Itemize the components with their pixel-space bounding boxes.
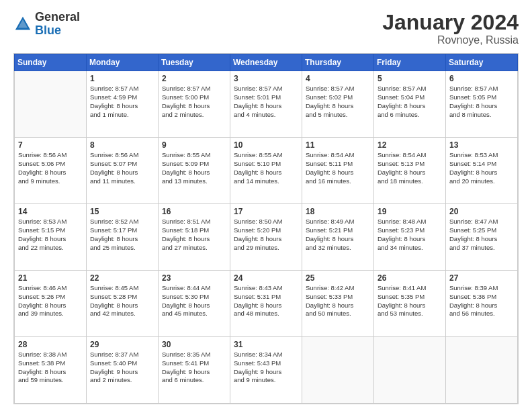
day-info: Sunrise: 8:57 AM Sunset: 5:01 PM Dayligh…	[234, 85, 298, 119]
calendar-cell: 29Sunrise: 8:37 AM Sunset: 5:40 PM Dayli…	[87, 337, 159, 404]
calendar-cell: 18Sunrise: 8:49 AM Sunset: 5:21 PM Dayli…	[302, 204, 374, 271]
calendar-cell: 2Sunrise: 8:57 AM Sunset: 5:00 PM Daylig…	[159, 71, 230, 138]
calendar-cell: 8Sunrise: 8:56 AM Sunset: 5:07 PM Daylig…	[87, 138, 159, 204]
day-info: Sunrise: 8:56 AM Sunset: 5:07 PM Dayligh…	[90, 151, 154, 185]
day-info: Sunrise: 8:53 AM Sunset: 5:14 PM Dayligh…	[449, 151, 514, 185]
day-info: Sunrise: 8:51 AM Sunset: 5:18 PM Dayligh…	[162, 218, 226, 252]
calendar-header: Sunday Monday Tuesday Wednesday Thursday…	[15, 54, 518, 71]
calendar-cell	[302, 337, 374, 404]
calendar-cell	[374, 337, 446, 404]
page: General Blue January 2024 Rovnoye, Russi…	[0, 0, 532, 411]
day-info: Sunrise: 8:55 AM Sunset: 5:09 PM Dayligh…	[162, 151, 226, 185]
calendar-cell: 31Sunrise: 8:34 AM Sunset: 5:43 PM Dayli…	[230, 337, 302, 404]
logo-text: General Blue	[35, 11, 80, 38]
calendar-cell: 20Sunrise: 8:47 AM Sunset: 5:25 PM Dayli…	[446, 204, 518, 271]
day-info: Sunrise: 8:57 AM Sunset: 4:59 PM Dayligh…	[90, 85, 154, 119]
day-number: 15	[90, 207, 154, 216]
calendar-cell	[446, 337, 518, 404]
day-info: Sunrise: 8:50 AM Sunset: 5:20 PM Dayligh…	[234, 218, 298, 252]
calendar-cell: 4Sunrise: 8:57 AM Sunset: 5:02 PM Daylig…	[302, 71, 374, 138]
calendar-cell: 19Sunrise: 8:48 AM Sunset: 5:23 PM Dayli…	[374, 204, 446, 271]
day-number: 27	[449, 273, 514, 283]
logo: General Blue	[13, 11, 80, 38]
calendar-cell: 3Sunrise: 8:57 AM Sunset: 5:01 PM Daylig…	[230, 71, 302, 138]
header-wednesday: Wednesday	[230, 54, 302, 71]
day-number: 2	[162, 74, 226, 83]
subtitle: Rovnoye, Russia	[382, 34, 519, 46]
day-number: 16	[162, 207, 226, 216]
day-number: 21	[18, 273, 83, 283]
logo-icon	[13, 15, 32, 34]
header: General Blue January 2024 Rovnoye, Russi…	[13, 11, 519, 46]
day-info: Sunrise: 8:48 AM Sunset: 5:23 PM Dayligh…	[378, 218, 442, 252]
calendar-cell: 27Sunrise: 8:39 AM Sunset: 5:36 PM Dayli…	[446, 271, 518, 337]
day-number: 18	[306, 207, 370, 216]
calendar-cell: 15Sunrise: 8:52 AM Sunset: 5:17 PM Dayli…	[87, 204, 159, 271]
day-number: 14	[18, 207, 83, 216]
day-number: 7	[18, 140, 83, 150]
day-info: Sunrise: 8:57 AM Sunset: 5:04 PM Dayligh…	[378, 85, 442, 119]
calendar-cell	[15, 71, 87, 138]
calendar-cell: 12Sunrise: 8:54 AM Sunset: 5:13 PM Dayli…	[374, 138, 446, 204]
day-number: 13	[449, 140, 514, 150]
calendar-week-5: 28Sunrise: 8:38 AM Sunset: 5:38 PM Dayli…	[15, 337, 518, 404]
day-number: 22	[90, 273, 154, 283]
day-number: 4	[306, 74, 370, 83]
calendar-cell: 11Sunrise: 8:54 AM Sunset: 5:11 PM Dayli…	[302, 138, 374, 204]
day-info: Sunrise: 8:38 AM Sunset: 5:38 PM Dayligh…	[18, 351, 83, 385]
logo-general: General	[35, 10, 80, 24]
day-number: 9	[162, 140, 226, 150]
day-info: Sunrise: 8:37 AM Sunset: 5:40 PM Dayligh…	[90, 351, 154, 385]
day-info: Sunrise: 8:46 AM Sunset: 5:26 PM Dayligh…	[18, 284, 83, 318]
day-number: 5	[378, 74, 442, 83]
day-number: 20	[449, 207, 514, 216]
day-info: Sunrise: 8:54 AM Sunset: 5:13 PM Dayligh…	[378, 151, 442, 185]
calendar-cell: 7Sunrise: 8:56 AM Sunset: 5:06 PM Daylig…	[15, 138, 87, 204]
day-info: Sunrise: 8:47 AM Sunset: 5:25 PM Dayligh…	[449, 218, 514, 252]
calendar-cell: 16Sunrise: 8:51 AM Sunset: 5:18 PM Dayli…	[159, 204, 230, 271]
calendar-cell: 26Sunrise: 8:41 AM Sunset: 5:35 PM Dayli…	[374, 271, 446, 337]
day-number: 12	[378, 140, 442, 150]
day-number: 8	[90, 140, 154, 150]
day-info: Sunrise: 8:56 AM Sunset: 5:06 PM Dayligh…	[18, 151, 83, 185]
day-number: 24	[234, 273, 298, 283]
calendar-week-4: 21Sunrise: 8:46 AM Sunset: 5:26 PM Dayli…	[15, 271, 518, 337]
header-tuesday: Tuesday	[159, 54, 230, 71]
main-title: January 2024	[382, 11, 519, 34]
calendar-cell: 13Sunrise: 8:53 AM Sunset: 5:14 PM Dayli…	[446, 138, 518, 204]
day-info: Sunrise: 8:45 AM Sunset: 5:28 PM Dayligh…	[90, 284, 154, 318]
day-info: Sunrise: 8:49 AM Sunset: 5:21 PM Dayligh…	[306, 218, 370, 252]
day-number: 17	[234, 207, 298, 216]
calendar-cell: 21Sunrise: 8:46 AM Sunset: 5:26 PM Dayli…	[15, 271, 87, 337]
day-info: Sunrise: 8:57 AM Sunset: 5:00 PM Dayligh…	[162, 85, 226, 119]
calendar-week-2: 7Sunrise: 8:56 AM Sunset: 5:06 PM Daylig…	[15, 138, 518, 204]
header-saturday: Saturday	[446, 54, 518, 71]
day-number: 30	[162, 340, 226, 349]
day-info: Sunrise: 8:44 AM Sunset: 5:30 PM Dayligh…	[162, 284, 226, 318]
calendar-cell: 17Sunrise: 8:50 AM Sunset: 5:20 PM Dayli…	[230, 204, 302, 271]
day-number: 11	[306, 140, 370, 150]
calendar-cell: 14Sunrise: 8:53 AM Sunset: 5:15 PM Dayli…	[15, 204, 87, 271]
calendar-cell: 10Sunrise: 8:55 AM Sunset: 5:10 PM Dayli…	[230, 138, 302, 204]
day-number: 26	[378, 273, 442, 283]
day-info: Sunrise: 8:57 AM Sunset: 5:02 PM Dayligh…	[306, 85, 370, 119]
day-info: Sunrise: 8:55 AM Sunset: 5:10 PM Dayligh…	[234, 151, 298, 185]
header-friday: Friday	[374, 54, 446, 71]
day-info: Sunrise: 8:39 AM Sunset: 5:36 PM Dayligh…	[449, 284, 514, 318]
calendar-cell: 23Sunrise: 8:44 AM Sunset: 5:30 PM Dayli…	[159, 271, 230, 337]
calendar-cell: 9Sunrise: 8:55 AM Sunset: 5:09 PM Daylig…	[159, 138, 230, 204]
day-info: Sunrise: 8:34 AM Sunset: 5:43 PM Dayligh…	[234, 351, 298, 385]
calendar-cell: 30Sunrise: 8:35 AM Sunset: 5:41 PM Dayli…	[159, 337, 230, 404]
day-number: 3	[234, 74, 298, 83]
calendar-body: 1Sunrise: 8:57 AM Sunset: 4:59 PM Daylig…	[15, 71, 518, 404]
day-info: Sunrise: 8:54 AM Sunset: 5:11 PM Dayligh…	[306, 151, 370, 185]
calendar-week-3: 14Sunrise: 8:53 AM Sunset: 5:15 PM Dayli…	[15, 204, 518, 271]
calendar-week-1: 1Sunrise: 8:57 AM Sunset: 4:59 PM Daylig…	[15, 71, 518, 138]
calendar-cell: 28Sunrise: 8:38 AM Sunset: 5:38 PM Dayli…	[15, 337, 87, 404]
day-info: Sunrise: 8:52 AM Sunset: 5:17 PM Dayligh…	[90, 218, 154, 252]
day-number: 29	[90, 340, 154, 349]
day-info: Sunrise: 8:35 AM Sunset: 5:41 PM Dayligh…	[162, 351, 226, 385]
day-number: 31	[234, 340, 298, 349]
header-row: Sunday Monday Tuesday Wednesday Thursday…	[15, 54, 518, 71]
calendar: Sunday Monday Tuesday Wednesday Thursday…	[13, 53, 519, 404]
